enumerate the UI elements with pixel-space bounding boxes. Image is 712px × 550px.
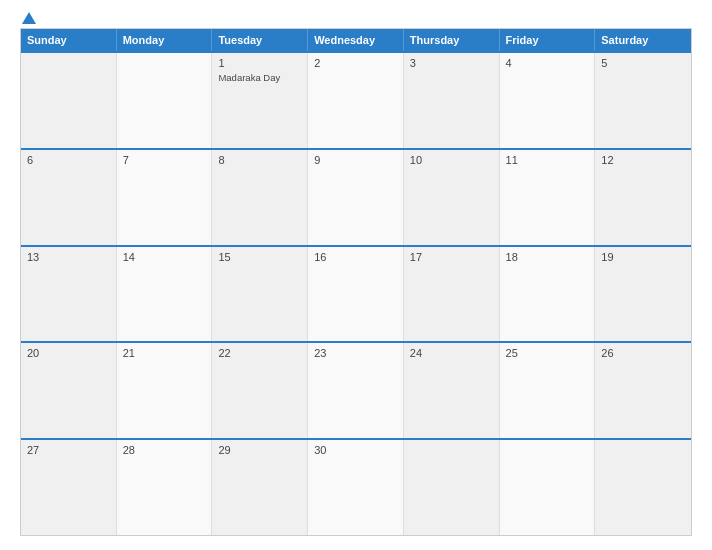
day-cell: 29 xyxy=(212,440,308,535)
day-cell: 5 xyxy=(595,53,691,148)
day-cell: 21 xyxy=(117,343,213,438)
day-cell: 6 xyxy=(21,150,117,245)
day-header-thursday: Thursday xyxy=(404,29,500,51)
day-cell: 16 xyxy=(308,247,404,342)
day-number: 4 xyxy=(506,57,589,69)
day-cell: 19 xyxy=(595,247,691,342)
holiday-label: Madaraka Day xyxy=(218,72,301,83)
day-cell: 30 xyxy=(308,440,404,535)
day-cell: 2 xyxy=(308,53,404,148)
day-number: 1 xyxy=(218,57,301,69)
day-cell: 8 xyxy=(212,150,308,245)
week-row-5: 27282930 xyxy=(21,438,691,535)
day-cell: 13 xyxy=(21,247,117,342)
day-number: 6 xyxy=(27,154,110,166)
day-cell: 7 xyxy=(117,150,213,245)
day-cell: 9 xyxy=(308,150,404,245)
day-number: 5 xyxy=(601,57,685,69)
day-header-sunday: Sunday xyxy=(21,29,117,51)
day-number: 7 xyxy=(123,154,206,166)
day-number: 10 xyxy=(410,154,493,166)
calendar: SundayMondayTuesdayWednesdayThursdayFrid… xyxy=(20,28,692,536)
day-number: 19 xyxy=(601,251,685,263)
day-cell: 3 xyxy=(404,53,500,148)
day-header-tuesday: Tuesday xyxy=(212,29,308,51)
day-number: 24 xyxy=(410,347,493,359)
day-cell: 17 xyxy=(404,247,500,342)
day-cell: 12 xyxy=(595,150,691,245)
day-cell: 10 xyxy=(404,150,500,245)
day-number: 27 xyxy=(27,444,110,456)
day-number: 14 xyxy=(123,251,206,263)
day-cell xyxy=(404,440,500,535)
logo xyxy=(20,12,36,25)
day-number: 8 xyxy=(218,154,301,166)
day-number: 21 xyxy=(123,347,206,359)
day-cell: 11 xyxy=(500,150,596,245)
logo-triangle-icon xyxy=(22,12,36,24)
day-cell xyxy=(500,440,596,535)
day-number: 25 xyxy=(506,347,589,359)
day-header-wednesday: Wednesday xyxy=(308,29,404,51)
day-cell: 27 xyxy=(21,440,117,535)
day-header-friday: Friday xyxy=(500,29,596,51)
day-cell: 25 xyxy=(500,343,596,438)
day-number: 12 xyxy=(601,154,685,166)
day-cell: 20 xyxy=(21,343,117,438)
day-cell: 4 xyxy=(500,53,596,148)
day-number: 11 xyxy=(506,154,589,166)
day-cell: 24 xyxy=(404,343,500,438)
day-number: 22 xyxy=(218,347,301,359)
day-cell: 28 xyxy=(117,440,213,535)
day-number: 9 xyxy=(314,154,397,166)
day-cell: 26 xyxy=(595,343,691,438)
day-cell: 23 xyxy=(308,343,404,438)
day-number: 23 xyxy=(314,347,397,359)
day-number: 2 xyxy=(314,57,397,69)
day-number: 17 xyxy=(410,251,493,263)
day-number: 15 xyxy=(218,251,301,263)
day-number: 29 xyxy=(218,444,301,456)
day-cell: 14 xyxy=(117,247,213,342)
day-cell: 1Madaraka Day xyxy=(212,53,308,148)
week-row-1: 1Madaraka Day2345 xyxy=(21,51,691,148)
day-cell: 18 xyxy=(500,247,596,342)
day-number: 26 xyxy=(601,347,685,359)
day-header-monday: Monday xyxy=(117,29,213,51)
day-cell xyxy=(595,440,691,535)
day-number: 20 xyxy=(27,347,110,359)
day-number: 30 xyxy=(314,444,397,456)
day-number: 28 xyxy=(123,444,206,456)
day-headers-row: SundayMondayTuesdayWednesdayThursdayFrid… xyxy=(21,29,691,51)
day-cell: 22 xyxy=(212,343,308,438)
week-row-3: 13141516171819 xyxy=(21,245,691,342)
day-cell xyxy=(21,53,117,148)
day-number: 16 xyxy=(314,251,397,263)
day-number: 18 xyxy=(506,251,589,263)
week-row-2: 6789101112 xyxy=(21,148,691,245)
day-number: 3 xyxy=(410,57,493,69)
day-header-saturday: Saturday xyxy=(595,29,691,51)
day-cell: 15 xyxy=(212,247,308,342)
day-number: 13 xyxy=(27,251,110,263)
calendar-body: 1Madaraka Day234567891011121314151617181… xyxy=(21,51,691,535)
week-row-4: 20212223242526 xyxy=(21,341,691,438)
day-cell xyxy=(117,53,213,148)
page: SundayMondayTuesdayWednesdayThursdayFrid… xyxy=(0,0,712,550)
